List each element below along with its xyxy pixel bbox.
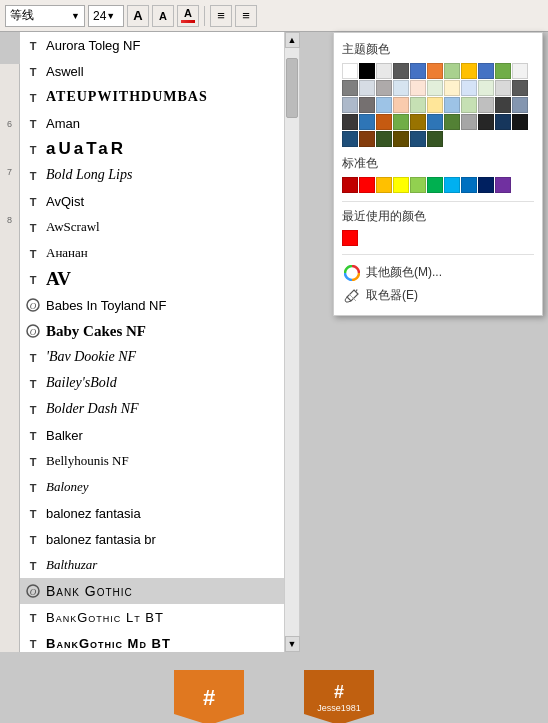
theme-color-swatch-43[interactable] <box>512 114 528 130</box>
theme-color-swatch-49[interactable] <box>427 131 443 147</box>
font-list-item-aswell[interactable]: TAswell <box>20 58 299 84</box>
theme-color-swatch-13[interactable] <box>376 80 392 96</box>
theme-color-swatch-45[interactable] <box>359 131 375 147</box>
scroll-track[interactable] <box>285 48 299 636</box>
theme-color-swatch-42[interactable] <box>495 114 511 130</box>
scrollbar[interactable]: ▲ ▼ <box>284 32 299 652</box>
standard-color-swatch-1[interactable] <box>359 177 375 193</box>
theme-color-swatch-5[interactable] <box>427 63 443 79</box>
theme-color-swatch-9[interactable] <box>495 63 511 79</box>
theme-color-swatch-34[interactable] <box>359 114 375 130</box>
font-list-item-avqist[interactable]: TAvQist <box>20 188 299 214</box>
indent-button[interactable]: ≡ <box>235 5 257 27</box>
more-colors-action[interactable]: 其他颜色(M)... <box>342 261 534 284</box>
standard-color-swatch-0[interactable] <box>342 177 358 193</box>
theme-color-swatch-16[interactable] <box>427 80 443 96</box>
theme-color-swatch-30[interactable] <box>478 97 494 113</box>
theme-color-swatch-22[interactable] <box>342 97 358 113</box>
scroll-down-arrow[interactable]: ▼ <box>285 636 300 652</box>
theme-color-swatch-2[interactable] <box>376 63 392 79</box>
theme-color-swatch-28[interactable] <box>444 97 460 113</box>
theme-color-swatch-1[interactable] <box>359 63 375 79</box>
font-list-item-babes-toyland[interactable]: OBabes In Toyland NF <box>20 292 299 318</box>
theme-color-swatch-33[interactable] <box>342 114 358 130</box>
theme-color-swatch-12[interactable] <box>359 80 375 96</box>
color-picker-action[interactable]: 取色器(E) <box>342 284 534 307</box>
theme-color-swatch-24[interactable] <box>376 97 392 113</box>
theme-color-swatch-38[interactable] <box>427 114 443 130</box>
theme-color-swatch-32[interactable] <box>512 97 528 113</box>
theme-color-swatch-36[interactable] <box>393 114 409 130</box>
theme-color-swatch-29[interactable] <box>461 97 477 113</box>
font-list-item-balonez-fantasia[interactable]: Tbalonez fantasia <box>20 500 299 526</box>
font-name-select[interactable]: 等线 ▼ <box>5 5 85 27</box>
font-list-item-balonez-fantasia-br[interactable]: Tbalonez fantasia br <box>20 526 299 552</box>
theme-color-swatch-18[interactable] <box>461 80 477 96</box>
theme-color-swatch-20[interactable] <box>495 80 511 96</box>
font-list-item-bankgothic-md-bt[interactable]: TBankGothic Md BT <box>20 630 299 652</box>
standard-color-swatch-9[interactable] <box>495 177 511 193</box>
theme-color-swatch-26[interactable] <box>410 97 426 113</box>
font-list-item-bav-dookie[interactable]: T'Bav Dookie NF <box>20 344 299 370</box>
font-list-item-bolder-dash[interactable]: TBolder Dash NF <box>20 396 299 422</box>
font-list-item-bailey[interactable]: TBailey'sBold <box>20 370 299 396</box>
theme-color-swatch-27[interactable] <box>427 97 443 113</box>
theme-color-swatch-11[interactable] <box>342 80 358 96</box>
standard-color-swatch-4[interactable] <box>410 177 426 193</box>
theme-color-swatch-10[interactable] <box>512 63 528 79</box>
theme-color-swatch-41[interactable] <box>478 114 494 130</box>
theme-color-swatch-25[interactable] <box>393 97 409 113</box>
scroll-thumb[interactable] <box>286 58 298 118</box>
font-list-item-balthuzar[interactable]: TBalthuzar <box>20 552 299 578</box>
standard-color-swatch-8[interactable] <box>478 177 494 193</box>
font-list-item-ateupwithdumbas[interactable]: TATEUPWITHDUMBAS <box>20 84 299 110</box>
font-list-item-bankgothic-lt-bt[interactable]: TBankGothic Lt BT <box>20 604 299 630</box>
recent-color-swatch-0[interactable] <box>342 230 358 246</box>
font-list-scrollarea[interactable]: TAurora Toleg NFTAswellTATEUPWITHDUMBAST… <box>20 32 299 652</box>
theme-color-swatch-7[interactable] <box>461 63 477 79</box>
font-list-item-aurora[interactable]: TAurora Toleg NF <box>20 32 299 58</box>
font-list-item-bank-gothic[interactable]: OBank Gothic <box>20 578 299 604</box>
theme-color-swatch-15[interactable] <box>410 80 426 96</box>
theme-color-swatch-0[interactable] <box>342 63 358 79</box>
font-list-item-baby-cakes[interactable]: OBaby Cakes NF <box>20 318 299 344</box>
font-list-item-bold-long-lips[interactable]: TBold Long Lips <box>20 162 299 188</box>
theme-color-swatch-44[interactable] <box>342 131 358 147</box>
standard-color-swatch-3[interactable] <box>393 177 409 193</box>
theme-color-swatch-48[interactable] <box>410 131 426 147</box>
standard-color-swatch-6[interactable] <box>444 177 460 193</box>
font-list-item-ananah[interactable]: TАнанан <box>20 240 299 266</box>
theme-color-swatch-31[interactable] <box>495 97 511 113</box>
theme-color-swatch-8[interactable] <box>478 63 494 79</box>
theme-color-swatch-23[interactable] <box>359 97 375 113</box>
font-list-item-bellyhounis[interactable]: TBellyhounis NF <box>20 448 299 474</box>
theme-color-swatch-47[interactable] <box>393 131 409 147</box>
theme-color-swatch-39[interactable] <box>444 114 460 130</box>
font-list-item-balker[interactable]: TBalker <box>20 422 299 448</box>
theme-color-swatch-21[interactable] <box>512 80 528 96</box>
font-list-item-baloney[interactable]: TBaloney <box>20 474 299 500</box>
font-size-decrease-button[interactable]: A <box>152 5 174 27</box>
theme-color-swatch-6[interactable] <box>444 63 460 79</box>
list-button[interactable]: ≡ <box>210 5 232 27</box>
theme-color-swatch-37[interactable] <box>410 114 426 130</box>
standard-color-swatch-5[interactable] <box>427 177 443 193</box>
font-list-item-av[interactable]: TAV <box>20 266 299 292</box>
theme-color-swatch-3[interactable] <box>393 63 409 79</box>
theme-color-swatch-46[interactable] <box>376 131 392 147</box>
font-list-item-avatar[interactable]: TaUaTaR <box>20 136 299 162</box>
theme-color-swatch-4[interactable] <box>410 63 426 79</box>
standard-color-swatch-7[interactable] <box>461 177 477 193</box>
standard-color-swatch-2[interactable] <box>376 177 392 193</box>
theme-color-swatch-17[interactable] <box>444 80 460 96</box>
theme-color-swatch-35[interactable] <box>376 114 392 130</box>
theme-color-swatch-40[interactable] <box>461 114 477 130</box>
font-list-item-aman[interactable]: TAman <box>20 110 299 136</box>
scroll-up-arrow[interactable]: ▲ <box>285 32 300 48</box>
font-list-item-awscrawl[interactable]: TAwScrawl <box>20 214 299 240</box>
clear-format-button[interactable]: A <box>177 5 199 27</box>
theme-color-swatch-19[interactable] <box>478 80 494 96</box>
font-size-select[interactable]: 24 ▼ <box>88 5 124 27</box>
font-size-increase-button[interactable]: A <box>127 5 149 27</box>
theme-color-swatch-14[interactable] <box>393 80 409 96</box>
